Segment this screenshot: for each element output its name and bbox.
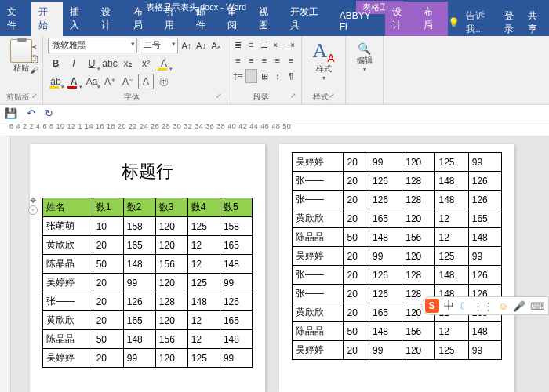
table-cell[interactable]: 张—— [293,266,344,285]
table-row[interactable]: 吴婷婷209912012599 [293,247,502,266]
table-cell[interactable]: 吴婷婷 [43,349,93,368]
table-cell[interactable]: 99 [369,341,402,360]
table-cell[interactable]: 128 [402,172,435,191]
table-cell[interactable]: 126 [369,191,402,209]
emoji-icon[interactable]: ☺ [498,300,508,312]
table-cell[interactable]: 126 [369,266,402,285]
page-2[interactable]: 吴婷婷209912012599张——20126128148126张——20126… [279,144,514,392]
table-cell[interactable]: 张—— [43,292,93,311]
table-cell[interactable]: 128 [402,266,435,285]
table-cell[interactable]: 99 [123,274,155,292]
table-cell[interactable]: 126 [220,292,252,311]
table-cell[interactable]: 张萌萌 [43,217,93,236]
table-cell[interactable]: 128 [155,292,187,311]
tab-mailings[interactable]: 邮件 [189,2,220,36]
table-cell[interactable]: 12 [435,228,468,247]
table-cell[interactable]: 158 [123,217,155,236]
table-cell[interactable]: 吴婷婷 [293,341,344,360]
keyboard-icon[interactable]: ⌨ [530,300,545,312]
table-cell[interactable]: 20 [93,236,123,255]
table-cell[interactable]: 120 [155,349,187,368]
table-cell[interactable]: 120 [402,153,435,172]
table-row[interactable]: 吴婷婷209912012599 [43,274,253,292]
table-cell[interactable]: 148 [187,292,220,311]
table-cell[interactable]: 148 [369,228,402,247]
table-cell[interactable]: 125 [187,274,220,292]
show-marks-button[interactable]: ¶ [285,69,296,83]
table-cell[interactable]: 156 [402,322,435,341]
table-row[interactable]: 陈晶晶5014815612148 [293,228,502,247]
tell-me[interactable]: 告诉我... [466,9,498,36]
table-row[interactable]: 陈晶晶5014815612148 [43,255,253,274]
table-cell[interactable]: 125 [435,341,468,360]
table-cell[interactable]: 12 [187,311,220,330]
table-cell[interactable]: 99 [468,247,501,266]
table-cell[interactable]: 吴婷婷 [43,274,93,292]
font-name-combo[interactable]: 微软雅黑 [48,38,137,53]
align-right-button[interactable]: ≡ [259,53,271,67]
table-move-handle-icon[interactable]: ✥ [30,196,36,205]
table-cell[interactable]: 148 [123,255,155,274]
dialog-launcher-icon[interactable]: ⤢ [329,92,335,100]
table-cell[interactable]: 125 [187,217,220,236]
italic-button[interactable]: I [66,56,82,71]
shrink-font-button[interactable]: A↓ [195,38,208,53]
table-row[interactable]: 陈晶晶5014815612148 [43,330,253,349]
table-cell[interactable]: 125 [435,153,468,172]
data-table-1[interactable]: 姓名数1数2数3数4数5 张萌萌10158120125158黄欣欣2016512… [42,198,253,368]
table-cell[interactable]: 158 [220,217,252,236]
table-cell[interactable]: 12 [187,236,220,255]
table-cell[interactable]: 20 [93,349,123,368]
table-cell[interactable]: 126 [123,292,155,311]
table-cell[interactable]: 99 [220,349,252,368]
table-cell[interactable]: 12 [187,255,220,274]
character-border-button[interactable]: A [138,74,154,89]
bold-button[interactable]: B [48,56,64,71]
align-center-button[interactable]: ≡ [245,53,257,67]
table-row[interactable]: 张——20126128148126 [293,172,502,191]
dialog-launcher-icon[interactable]: ⤢ [290,92,296,100]
ime-indicator[interactable]: S 中 ☾ ⋮⋮ ☺ 🎤 ⌨ [421,296,549,315]
table-row[interactable]: 张——20126128148126 [293,266,502,285]
table-cell[interactable]: 99 [468,153,501,172]
document-heading[interactable]: 标题行 [42,160,253,183]
shading-button[interactable] [245,69,257,83]
strikethrough-button[interactable]: abc [102,56,118,71]
tab-file[interactable]: 文件 [0,2,31,36]
table-cell[interactable]: 陈晶晶 [43,255,93,274]
table-cell[interactable]: 99 [468,341,501,360]
table-row[interactable]: 张——20126128148126 [43,292,253,311]
table-cell[interactable]: 50 [344,322,369,341]
underline-button[interactable]: U▾ [84,56,100,71]
table-cell[interactable]: 125 [187,349,220,368]
table-header-cell[interactable]: 数1 [93,198,123,217]
bullets-button[interactable]: ≣ [232,38,244,52]
table-row[interactable]: 吴婷婷209912012599 [43,349,253,368]
share-button[interactable]: 共享 [528,9,544,36]
table-cell[interactable]: 黄欣欣 [293,209,344,228]
table-cell[interactable]: 黄欣欣 [293,303,344,322]
settings-dots-icon[interactable]: ⋮⋮ [473,300,493,312]
borders-button[interactable]: ⊞ [259,69,271,83]
horizontal-ruler[interactable]: 6 4 2 2 4 6 8 10 12 1 14 16 18 20 22 24 … [0,122,549,136]
find-icon[interactable]: 🔍 [358,42,371,55]
table-cell[interactable]: 165 [220,236,252,255]
dialog-launcher-icon[interactable]: ⤢ [216,92,222,100]
table-header-cell[interactable]: 姓名 [43,198,93,217]
subscript-button[interactable]: x₂ [120,56,136,71]
table-cell[interactable]: 12 [187,330,220,349]
character-shading-button[interactable]: A⁺ [102,74,118,89]
table-cell[interactable]: 148 [468,228,501,247]
table-row[interactable]: 张萌萌10158120125158 [43,217,253,236]
table-add-row-icon[interactable]: + [28,205,38,215]
tab-design[interactable]: 设计 [94,2,125,36]
sort-button[interactable]: ↕ [272,69,284,83]
undo-button[interactable]: ↶ [27,107,35,119]
table-cell[interactable]: 吴婷婷 [293,247,344,266]
tab-developer[interactable]: 开发工具 [283,2,332,36]
table-row[interactable]: 黄欣欣2016512012165 [43,311,253,330]
table-cell[interactable]: 120 [155,236,187,255]
vertical-ruler[interactable] [0,136,11,392]
login-link[interactable]: 登录 [504,9,521,36]
table-cell[interactable]: 148 [435,172,468,191]
